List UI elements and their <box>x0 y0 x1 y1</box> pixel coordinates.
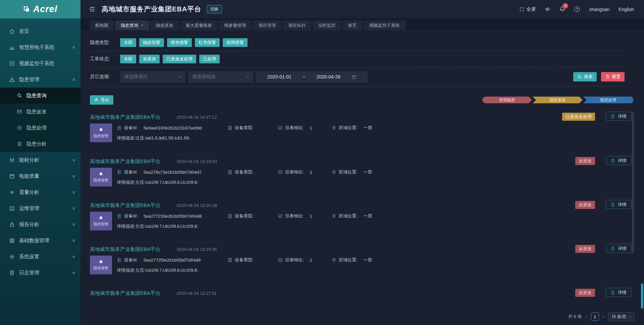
filter-type-fault-alarm[interactable]: 故障报警 <box>223 38 248 47</box>
chevron-down-icon: ∨ <box>72 254 75 259</box>
tab-home[interactable]: 首页 <box>342 20 363 30</box>
alarm-bell-icon <box>99 172 103 176</box>
device-type-icon <box>227 125 232 130</box>
paperclip-icon <box>94 98 99 102</box>
notification-badge: 0 <box>562 3 568 9</box>
top-header: 高地城市服务产业集团EBA平台 切换 全屏 0 ? zhangsan Engli… <box>80 0 644 18</box>
item-title-link[interactable]: 高地城市服务产业集团EBA平台 <box>90 290 160 296</box>
chevron-down-icon: ∨ <box>178 74 181 79</box>
sidebar-item-hazard-query[interactable]: 隐患查询 <box>0 88 80 104</box>
sidebar-item-label: 智慧用电子系统 <box>19 44 54 51</box>
search-button[interactable]: 搜索 <box>573 72 597 82</box>
sidebar-item-ops-mgmt[interactable]: 运维管理 ∨ <box>0 200 80 216</box>
device-id-field: 设备Id: 5ea277233e2b1b05b07d04d8 <box>117 213 227 219</box>
next-page-icon[interactable]: › <box>603 314 604 320</box>
filter-status-dispatched-unhandled[interactable]: 已派发未处理 <box>163 55 196 63</box>
item-title-link[interactable]: 高地城市服务产业集团EBA平台 <box>90 202 160 209</box>
fullscreen-button[interactable]: 全屏 <box>519 6 536 12</box>
mute-icon[interactable] <box>545 6 550 12</box>
divider <box>90 67 625 67</box>
detail-doc-icon <box>610 114 615 119</box>
project-select[interactable]: 请选择项目 ∨ <box>120 71 185 83</box>
chevron-down-icon: ∨ <box>629 315 631 319</box>
page-size-select[interactable]: 15 条/页 ∨ <box>608 312 635 321</box>
tab-video-subsystem[interactable]: 视频监控子系统 <box>364 20 406 30</box>
legend-hazard-handle: 隐患处理 <box>583 97 633 103</box>
chevron-down-icon: ∨ <box>72 270 75 275</box>
detail-button[interactable]: 详情 <box>606 112 631 121</box>
sidebar-item-hazard-dispatch[interactable]: 隐患派发 <box>0 104 80 120</box>
date-range-picker[interactable]: 2020-01-01 ~ 2020-04-28 <box>256 71 368 83</box>
sidebar-item-log-mgmt[interactable]: 日志管理 ∨ <box>0 265 80 281</box>
sidebar-item-video[interactable]: 视频监控子系统 <box>0 55 80 71</box>
tab-max-demand-report[interactable]: 最大需量报表 <box>180 20 218 30</box>
sidebar-item-hazard-analysis[interactable]: 隐患分析 <box>0 136 80 152</box>
filter-status-undispatched[interactable]: 未派发 <box>139 55 160 63</box>
close-icon[interactable]: × <box>141 23 144 28</box>
sidebar-item-energy-analysis[interactable]: 能耗分析 ∨ <box>0 152 80 168</box>
location-value: 一层 <box>363 125 372 131</box>
notifications-button[interactable]: 0 <box>559 6 565 13</box>
item-title-link[interactable]: 高地城市服务产业集团EBA平台 <box>90 158 160 165</box>
sidebar-item-base-data[interactable]: 基础数据管理 ∨ <box>0 232 80 249</box>
export-button[interactable]: 导出 <box>90 95 113 105</box>
line-select[interactable]: 请选择线路 ∨ <box>188 71 253 83</box>
tab-distribution-diagram[interactable]: 配电图 <box>90 20 114 30</box>
collapse-sidebar-icon[interactable] <box>89 6 96 12</box>
switch-button[interactable]: 切换 <box>207 5 222 13</box>
pagination: 共 6 项 ‹ 1 › 15 条/页 ∨ <box>568 312 635 321</box>
tab-electrical-params[interactable]: 电参量管理 <box>219 20 252 30</box>
meter-addr-value: 1 <box>310 170 312 175</box>
order-status-label: 工单状态: <box>90 56 120 62</box>
sidebar-item-system-settings[interactable]: 系统设置 ∨ <box>0 249 80 265</box>
status-badge: 未派发 <box>575 289 595 297</box>
item-timestamp: 2020-04-24 13:20:35 <box>176 247 217 252</box>
sidebar-item-hazard-handle[interactable]: 隐患处理 <box>0 120 80 136</box>
filter-type-all[interactable]: 全部 <box>120 38 136 47</box>
sidebar-item-label: 系统设置 <box>19 254 39 260</box>
detail-button[interactable]: 详情 <box>606 200 631 209</box>
item-title-link[interactable]: 高地城市服务产业集团EBA平台 <box>90 114 160 120</box>
sidebar-item-demand-analysis[interactable]: 需量分析 ∨ <box>0 184 80 200</box>
list-scrollbar-thumb[interactable] <box>632 112 634 253</box>
username[interactable]: zhangsan <box>589 7 609 12</box>
sidebar-item-label: 隐患处理 <box>26 125 47 131</box>
page-scrollbar-thumb[interactable] <box>641 283 643 309</box>
tab-realtime-monitor[interactable]: 实时监控 <box>313 20 341 30</box>
filter-type-red-alarm[interactable]: 红色报警 <box>195 38 220 47</box>
sidebar-item-report-analysis[interactable]: 报告分析 ∨ <box>0 216 80 232</box>
tab-hazard-dispatch[interactable]: 隐患派发 <box>150 20 179 30</box>
sidebar-menu: 首页 智慧用电子系统 ∨ 视频监控子系统 隐患管理 ∧ 隐患查询 隐患派发 <box>0 18 80 281</box>
sidebar-item-home[interactable]: 首页 <box>0 23 80 39</box>
alarm-bell-icon <box>99 216 103 220</box>
device-type-icon <box>227 170 232 175</box>
prev-page-icon[interactable]: ‹ <box>585 314 587 320</box>
reset-button[interactable]: 重置 <box>601 72 625 82</box>
content-panel: 隐患类型: 全部 隐患报警 橙色报警 红色报警 故障报警 工单状态: 全部 未派… <box>80 30 644 325</box>
filter-status-all[interactable]: 全部 <box>120 55 136 63</box>
filter-type-hazard-alarm[interactable]: 隐患报警 <box>139 38 164 47</box>
main-area: 高地城市服务产业集团EBA平台 切换 全屏 0 ? zhangsan Engli… <box>80 0 644 325</box>
current-page[interactable]: 1 <box>591 313 599 321</box>
tab-hazard-query[interactable]: 隐患查询× <box>115 20 149 30</box>
sidebar-item-power-quality[interactable]: 电能质量 ∨ <box>0 168 80 184</box>
help-icon[interactable]: ? <box>574 6 580 12</box>
filter-type-orange-alarm[interactable]: 橙色报警 <box>167 38 192 47</box>
item-title-link[interactable]: 高地城市服务产业集团EBA平台 <box>90 246 160 253</box>
language-switch[interactable]: English <box>619 7 634 12</box>
sidebar-item-label: 报告分析 <box>19 221 39 228</box>
device-icon <box>117 258 122 263</box>
fullscreen-label: 全屏 <box>526 6 536 12</box>
project-select-placeholder: 请选择项目 <box>124 74 148 80</box>
tab-project-mgmt[interactable]: 项目管理 <box>253 20 282 30</box>
detail-button[interactable]: 详情 <box>606 244 631 253</box>
filter-status-handled[interactable]: 已处理 <box>199 55 220 63</box>
location-icon <box>331 258 336 263</box>
detail-button[interactable]: 详情 <box>606 288 631 297</box>
detail-button[interactable]: 详情 <box>606 156 631 165</box>
meter-addr-value: 1 <box>310 258 312 263</box>
tab-project-topology[interactable]: 项目拓扑 <box>283 20 312 30</box>
device-icon <box>117 170 122 175</box>
sidebar-item-hazard-mgmt[interactable]: 隐患管理 ∧ <box>0 71 80 88</box>
sidebar-item-smart-power[interactable]: 智慧用电子系统 ∨ <box>0 39 80 55</box>
